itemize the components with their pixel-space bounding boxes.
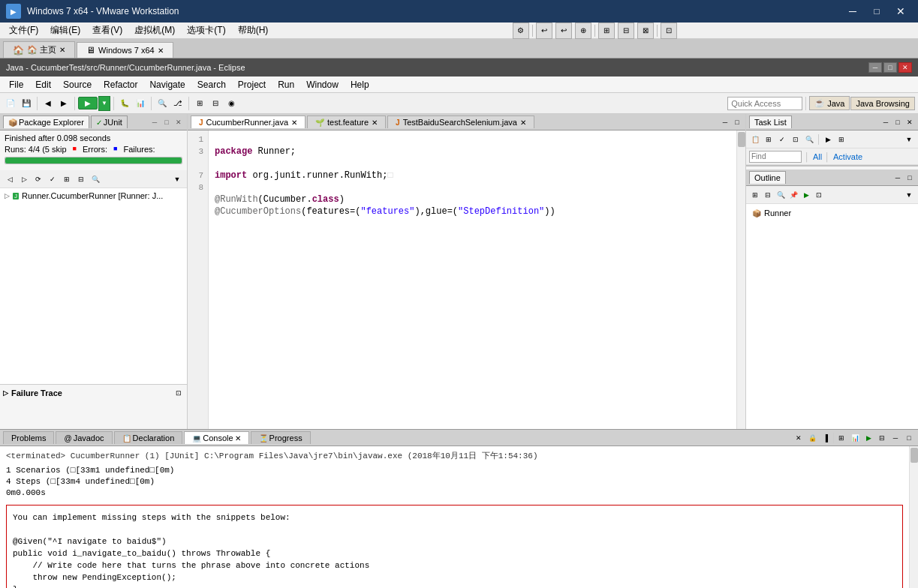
tb-profile[interactable]: 📊: [133, 96, 148, 111]
console-tab-active[interactable]: 💻 Console ✕: [184, 431, 248, 444]
eclipse-menu-window[interactable]: Window: [300, 78, 345, 92]
rt-tb-5[interactable]: 🔍: [803, 134, 815, 146]
right-minimize[interactable]: ─: [880, 117, 891, 128]
tb-extra-3[interactable]: ◉: [224, 96, 239, 111]
ct-3[interactable]: ▐: [820, 432, 832, 444]
right-maximize[interactable]: □: [892, 117, 903, 128]
java-browsing-btn[interactable]: Java Browsing: [850, 97, 915, 110]
ot-tb-2[interactable]: ⊟: [762, 189, 774, 201]
all-button[interactable]: All: [813, 152, 822, 161]
outline-tab[interactable]: Outline: [749, 171, 786, 184]
editor-tab-feature[interactable]: 🌱 test.feature ✕: [307, 116, 386, 128]
java-perspective-btn[interactable]: ☕ Java: [809, 96, 850, 110]
editor-scrollbar[interactable]: [736, 130, 745, 429]
lp-tb-7[interactable]: 🔍: [89, 172, 102, 186]
ct-2[interactable]: 🔒: [806, 432, 818, 444]
ct-7[interactable]: ⊟: [876, 432, 888, 444]
task-list-tab[interactable]: Task List: [749, 116, 792, 128]
ct-8[interactable]: ─: [889, 432, 901, 444]
tab-home-close[interactable]: ✕: [59, 46, 65, 54]
lp-tb-3[interactable]: ⟳: [32, 172, 45, 186]
rt-tb-1[interactable]: 📋: [749, 134, 761, 146]
quick-access-input[interactable]: [727, 97, 802, 110]
tb-search[interactable]: 🔍: [155, 96, 170, 111]
rt-tb-menu[interactable]: ▼: [903, 134, 915, 146]
eclipse-menu-run[interactable]: Run: [272, 78, 300, 92]
tb-git[interactable]: ⎇: [170, 96, 185, 111]
toolbar-icon-6[interactable]: ⊟: [618, 22, 634, 39]
outline-maximize[interactable]: □: [904, 172, 915, 183]
rt-tb-6[interactable]: ▶: [822, 134, 834, 146]
ct-run[interactable]: ▶: [862, 432, 874, 444]
ct-1[interactable]: ✕: [793, 432, 805, 444]
selenium-close[interactable]: ✕: [520, 118, 526, 127]
toolbar-icon-2[interactable]: ↩: [536, 22, 552, 39]
menu-edit[interactable]: 编辑(E): [44, 22, 86, 38]
toolbar-icon-5[interactable]: ⊞: [598, 22, 615, 39]
tab-win7[interactable]: 🖥 Windows 7 x64 ✕: [77, 42, 173, 58]
ot-tb-1[interactable]: ⊞: [749, 189, 761, 201]
javadoc-tab[interactable]: @ Javadoc: [56, 431, 112, 444]
declaration-tab[interactable]: 📋 Declaration: [114, 431, 183, 444]
menu-view[interactable]: 查看(V): [86, 22, 128, 38]
ot-tb-6[interactable]: ⊡: [813, 189, 825, 201]
console-scrollbar[interactable]: [909, 446, 918, 588]
ct-4[interactable]: ⊞: [835, 432, 847, 444]
ct-9[interactable]: □: [903, 432, 915, 444]
maximize-button[interactable]: □: [865, 4, 888, 19]
eclipse-minimize[interactable]: ─: [868, 62, 882, 73]
cucumber-runner-close[interactable]: ✕: [291, 118, 297, 127]
editor-tab-selenium[interactable]: J TestBaiduSearchSelenium.java ✕: [387, 116, 534, 128]
editor-tab-cucumber[interactable]: J CucumberRunner.java ✕: [191, 116, 305, 128]
left-close-btn[interactable]: ✕: [173, 117, 184, 128]
lp-tb-1[interactable]: ◁: [3, 172, 17, 186]
tab-home[interactable]: 🏠 🏠 主页 ✕: [3, 41, 75, 58]
menu-tabs[interactable]: 选项卡(T): [181, 22, 231, 38]
lp-tb-4[interactable]: ✓: [46, 172, 59, 186]
right-close[interactable]: ✕: [904, 117, 915, 128]
tb-forward[interactable]: ▶: [56, 96, 71, 111]
activate-button[interactable]: Activate: [833, 152, 862, 161]
close-button[interactable]: ✕: [889, 4, 912, 19]
toolbar-icon-4[interactable]: ⊕: [575, 22, 591, 39]
tb-extra-2[interactable]: ⊟: [208, 96, 223, 111]
toolbar-icon-1[interactable]: ⚙: [513, 22, 529, 39]
eclipse-menu-help[interactable]: Help: [345, 78, 375, 92]
tb-run[interactable]: ▶: [78, 97, 98, 110]
outline-item-runner[interactable]: 📦 Runner: [749, 207, 915, 219]
ot-tb-4[interactable]: 📌: [787, 189, 799, 201]
junit-tab[interactable]: ✓ JUnit: [91, 116, 128, 128]
toolbar-icon-3[interactable]: ↩: [555, 22, 572, 39]
eclipse-menu-refactor[interactable]: Refactor: [98, 78, 143, 92]
ot-tb-menu[interactable]: ▼: [903, 189, 915, 201]
code-editor[interactable]: package Runner; import org.junit.runner.…: [209, 130, 736, 429]
lp-tb-6[interactable]: ⊟: [74, 172, 88, 186]
tb-run-dropdown[interactable]: ▼: [98, 96, 110, 111]
progress-tab[interactable]: ⏳ Progress: [251, 431, 311, 444]
eclipse-menu-search[interactable]: Search: [191, 78, 232, 92]
toolbar-icon-7[interactable]: ⊠: [637, 22, 654, 39]
menu-file[interactable]: 文件(F): [3, 22, 44, 38]
center-minimize[interactable]: ─: [720, 117, 730, 128]
rt-tb-4[interactable]: ⊡: [790, 134, 802, 146]
lp-tb-menu[interactable]: ▼: [170, 172, 184, 186]
left-minimize-btn[interactable]: ─: [149, 117, 160, 128]
ct-5[interactable]: 📊: [849, 432, 861, 444]
outline-minimize[interactable]: ─: [892, 172, 903, 183]
eclipse-menu-edit[interactable]: Edit: [29, 78, 57, 92]
test-item[interactable]: ▷ J Runner.CucumberRunner [Runner: J...: [2, 190, 185, 202]
rt-tb-2[interactable]: ⊞: [763, 134, 775, 146]
menu-vm[interactable]: 虚拟机(M): [128, 22, 181, 38]
rt-tb-7[interactable]: ⊞: [835, 134, 847, 146]
left-maximize-btn[interactable]: □: [161, 117, 172, 128]
toolbar-icon-8[interactable]: ⊡: [661, 22, 677, 39]
lp-tb-5[interactable]: ⊞: [60, 172, 74, 186]
eclipse-close[interactable]: ✕: [898, 62, 912, 73]
eclipse-menu-navigate[interactable]: Navigate: [143, 78, 191, 92]
tb-save[interactable]: 💾: [19, 96, 34, 111]
tb-back[interactable]: ◀: [41, 96, 56, 111]
tb-extra-1[interactable]: ⊞: [192, 96, 207, 111]
feature-close[interactable]: ✕: [372, 118, 378, 127]
eclipse-menu-file[interactable]: File: [3, 78, 29, 92]
center-maximize[interactable]: □: [732, 117, 742, 128]
